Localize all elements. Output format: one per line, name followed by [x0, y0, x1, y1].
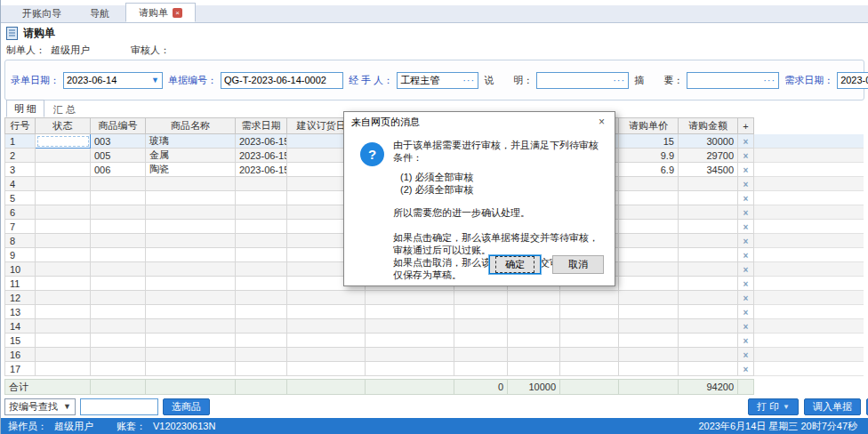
- grid-cell[interactable]: [454, 291, 508, 305]
- grid-cell[interactable]: 006: [91, 163, 146, 177]
- grid-cell[interactable]: 005: [91, 149, 146, 163]
- row-delete-cell[interactable]: ×: [738, 334, 754, 348]
- handler-input[interactable]: [400, 75, 460, 85]
- row-delete-cell[interactable]: ×: [738, 149, 754, 163]
- grid-cell[interactable]: [560, 291, 619, 305]
- grid-cell[interactable]: [36, 334, 91, 348]
- grid-cell[interactable]: [508, 334, 560, 348]
- row-delete-cell[interactable]: ×: [738, 234, 754, 248]
- grid-cell[interactable]: 34500: [679, 163, 738, 177]
- row-delete-icon[interactable]: ×: [742, 336, 750, 346]
- load-document-button[interactable]: 调入单据: [804, 398, 861, 415]
- grid-cell[interactable]: [679, 205, 738, 220]
- grid-cell[interactable]: [454, 305, 508, 319]
- grid-cell[interactable]: [366, 291, 454, 305]
- doc-no-field[interactable]: [221, 72, 343, 89]
- grid-cell[interactable]: [36, 277, 91, 291]
- row-delete-cell[interactable]: ×: [738, 134, 754, 149]
- grid-cell[interactable]: [679, 319, 738, 334]
- grid-cell[interactable]: 2023-06-15: [236, 163, 287, 177]
- grid-cell[interactable]: [366, 348, 454, 362]
- grid-cell[interactable]: [91, 362, 146, 376]
- cancel-button[interactable]: 取消: [552, 255, 604, 274]
- grid-cell[interactable]: [146, 262, 236, 277]
- grid-cell[interactable]: [287, 334, 366, 348]
- grid-cell[interactable]: [236, 334, 287, 348]
- grid-cell[interactable]: 金属: [146, 149, 236, 163]
- grid-cell[interactable]: [91, 334, 146, 348]
- row-delete-icon[interactable]: ×: [742, 194, 750, 204]
- row-delete-icon[interactable]: ×: [742, 308, 750, 317]
- grid-cell[interactable]: [146, 205, 236, 220]
- grid-cell[interactable]: 7: [5, 220, 36, 234]
- grid-cell[interactable]: [236, 220, 287, 234]
- row-delete-cell[interactable]: ×: [738, 305, 754, 319]
- grid-cell[interactable]: [91, 234, 146, 248]
- grid-cell[interactable]: 14: [5, 319, 36, 334]
- grid-cell[interactable]: [619, 348, 679, 362]
- tab-close-icon[interactable]: ×: [173, 8, 182, 18]
- grid-cell[interactable]: [236, 191, 287, 205]
- grid-cell[interactable]: [560, 348, 619, 362]
- grid-cell[interactable]: 30000: [679, 134, 738, 149]
- grid-cell[interactable]: [560, 319, 619, 334]
- grid-cell[interactable]: [619, 191, 679, 205]
- grid-cell[interactable]: [36, 305, 91, 319]
- grid-cell[interactable]: [560, 334, 619, 348]
- memo-field[interactable]: ···: [687, 72, 779, 89]
- grid-cell[interactable]: [236, 205, 287, 220]
- grid-cell[interactable]: 2: [5, 149, 36, 163]
- grid-cell[interactable]: 5: [5, 191, 36, 205]
- row-delete-icon[interactable]: ×: [742, 365, 750, 374]
- grid-cell[interactable]: [287, 319, 366, 334]
- grid-cell[interactable]: [91, 291, 146, 305]
- grid-cell[interactable]: [454, 334, 508, 348]
- grid-cell[interactable]: [619, 248, 679, 262]
- grid-cell[interactable]: 1: [5, 134, 36, 149]
- grid-cell[interactable]: [619, 334, 679, 348]
- grid-cell[interactable]: 9.9: [619, 149, 679, 163]
- chevron-down-icon[interactable]: ▼: [783, 403, 790, 411]
- grid-cell[interactable]: [619, 277, 679, 291]
- grid-cell[interactable]: [508, 348, 560, 362]
- grid-cell[interactable]: [146, 191, 236, 205]
- grid-cell[interactable]: [146, 177, 236, 191]
- grid-cell[interactable]: [366, 305, 454, 319]
- grid-cell[interactable]: [91, 177, 146, 191]
- close-icon[interactable]: ×: [596, 116, 607, 128]
- tab-summary[interactable]: 汇 总: [46, 101, 83, 117]
- search-mode-select[interactable]: 按编号查找 ▼: [4, 398, 76, 415]
- row-delete-icon[interactable]: ×: [742, 251, 750, 261]
- row-delete-icon[interactable]: ×: [742, 180, 750, 189]
- tab-detail[interactable]: 明 细: [6, 100, 44, 117]
- grid-cell[interactable]: [146, 319, 236, 334]
- tab-purchase-requisition[interactable]: 请购单 ×: [125, 3, 196, 22]
- grid-cell[interactable]: 6: [5, 205, 36, 220]
- grid-cell[interactable]: [36, 319, 91, 334]
- grid-cell[interactable]: [146, 248, 236, 262]
- grid-cell[interactable]: [236, 177, 287, 191]
- row-delete-icon[interactable]: ×: [742, 165, 750, 175]
- grid-cell[interactable]: [146, 305, 236, 319]
- grid-cell[interactable]: [619, 220, 679, 234]
- row-delete-icon[interactable]: ×: [742, 137, 750, 147]
- lookup-ellipsis-icon[interactable]: ···: [610, 75, 625, 85]
- grid-cell[interactable]: [366, 362, 454, 376]
- grid-cell[interactable]: [619, 205, 679, 220]
- grid-cell[interactable]: [36, 191, 91, 205]
- print-button[interactable]: 打 印 ▼: [748, 398, 799, 415]
- grid-cell[interactable]: [236, 362, 287, 376]
- row-delete-cell[interactable]: ×: [738, 291, 754, 305]
- row-delete-icon[interactable]: ×: [742, 151, 750, 161]
- doc-no-input[interactable]: [224, 75, 340, 85]
- grid-cell[interactable]: [679, 305, 738, 319]
- grid-cell[interactable]: [36, 291, 91, 305]
- grid-cell[interactable]: [91, 277, 146, 291]
- record-date-input[interactable]: [67, 75, 149, 85]
- note-input[interactable]: [540, 75, 610, 85]
- row-delete-cell[interactable]: ×: [738, 205, 754, 220]
- grid-cell[interactable]: [508, 319, 560, 334]
- grid-cell[interactable]: 2023-06-15: [236, 134, 287, 149]
- grid-cell[interactable]: [366, 319, 454, 334]
- tab-navigation[interactable]: 导航: [77, 4, 122, 22]
